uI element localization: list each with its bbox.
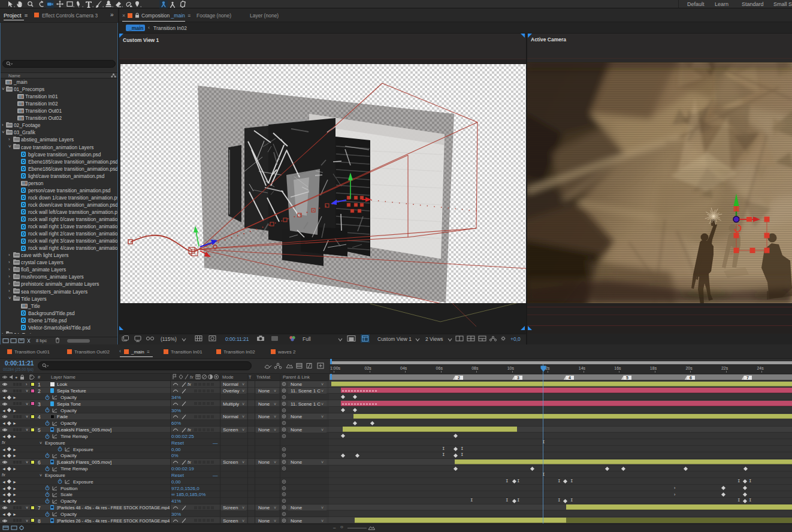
svg-text:3: 3 [517, 376, 519, 380]
svg-text:fx: fx [190, 375, 194, 379]
svg-text:2: 2 [458, 376, 460, 380]
svg-text:6: 6 [690, 376, 692, 380]
svg-text:5: 5 [626, 376, 628, 380]
svg-text:7: 7 [746, 376, 749, 380]
svg-text:4: 4 [569, 376, 571, 380]
